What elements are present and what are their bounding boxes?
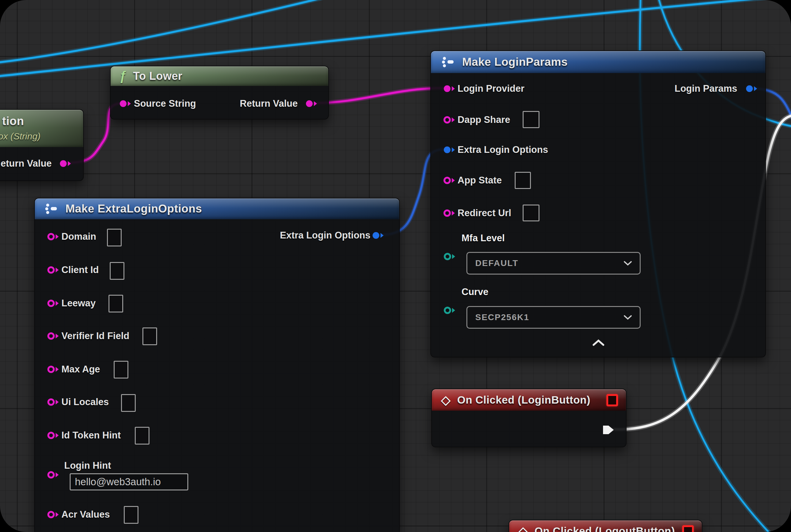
pin-return-value-output[interactable]	[59, 159, 73, 169]
mfa-level-dropdown[interactable]: DEFAULT	[466, 252, 641, 274]
pin-login-params-label: Login Params	[675, 82, 737, 95]
event-diamond-icon: ◇	[441, 393, 450, 407]
node-make-extra-login-options-title: Make ExtraLoginOptions	[65, 203, 202, 215]
pin-mfa-level[interactable]	[443, 252, 457, 261]
mfa-level-value: DEFAULT	[475, 258, 518, 268]
pin-redirect-url-label: Redirect Url	[458, 207, 512, 219]
pin-client-id-label: Client Id	[61, 264, 99, 276]
curve-value: SECP256K1	[475, 312, 529, 322]
node-on-clicked-login-title: On Clicked (LoginButton)	[457, 394, 591, 406]
node-on-clicked-logout-button[interactable]: ◇ On Clicked (LogoutButton)	[508, 520, 702, 532]
redirect-url-value-box[interactable]	[523, 205, 539, 221]
client-id-value-box[interactable]	[110, 262, 124, 280]
chevron-down-icon	[624, 261, 632, 266]
make-struct-icon	[441, 55, 456, 69]
wire-cyan-topleft	[0, 0, 329, 63]
node-text-source[interactable]: tion ox (String) eturn Value	[0, 109, 84, 181]
mfa-level-label: Mfa Level	[462, 232, 505, 244]
pin-return-value-label: eturn Value	[1, 157, 52, 170]
exec-output-pin[interactable]	[602, 424, 615, 435]
chevron-down-icon	[624, 315, 632, 320]
acr-values-value-box[interactable]	[124, 506, 138, 524]
pin-verifier-id-field[interactable]	[47, 331, 60, 341]
pin-max-age-label: Max Age	[61, 363, 100, 376]
pin-return-value-label: Return Value	[240, 97, 298, 110]
login-hint-label: Login Hint	[64, 459, 111, 472]
curve-dropdown[interactable]: SECP256K1	[466, 306, 641, 329]
pin-domain-label: Domain	[61, 230, 96, 243]
pin-app-state[interactable]	[443, 175, 456, 185]
pin-verifier-id-field-label: Verifier Id Field	[61, 330, 129, 342]
pin-domain[interactable]	[47, 232, 60, 242]
pin-client-id[interactable]	[47, 265, 60, 275]
pin-dapp-share-label: Dapp Share	[458, 114, 510, 126]
pin-login-provider-label: Login Provider	[458, 82, 524, 95]
wire-tolower-to-loginprovider	[313, 88, 444, 103]
pin-id-token-hint[interactable]	[47, 431, 60, 440]
pin-login-provider[interactable]	[443, 84, 456, 94]
pin-acr-values[interactable]	[47, 510, 60, 519]
node-to-lower-title: To Lower	[133, 70, 182, 82]
blueprint-graph-canvas[interactable]: tion ox (String) eturn Value ƒ To Lower …	[0, 0, 791, 532]
pin-source-string[interactable]	[119, 99, 132, 109]
pin-extra-login-options-output-label: Extra Login Options	[280, 229, 370, 242]
node-on-clicked-login-button[interactable]: ◇ On Clicked (LoginButton)	[431, 388, 626, 447]
pin-extra-login-options-label: Extra Login Options	[458, 144, 548, 156]
node-make-login-params-header[interactable]: Make LoginParams	[431, 51, 765, 73]
node-make-login-params-title: Make LoginParams	[462, 56, 567, 69]
node-to-lower[interactable]: ƒ To Lower Source String Return Value	[110, 66, 329, 119]
ui-locales-value-box[interactable]	[121, 394, 136, 412]
event-diamond-icon: ◇	[518, 524, 528, 532]
node-on-clicked-login-header[interactable]: ◇ On Clicked (LoginButton)	[432, 389, 626, 411]
pin-leeway-label: Leeway	[61, 297, 96, 309]
pin-login-params-output[interactable]	[745, 84, 758, 94]
login-hint-input[interactable]: hello@web3auth.io	[70, 473, 188, 490]
pin-login-hint[interactable]	[47, 470, 60, 480]
pin-app-state-label: App State	[458, 174, 502, 187]
make-struct-icon	[45, 202, 59, 215]
login-hint-value: hello@web3auth.io	[75, 476, 161, 488]
delegate-output-pin[interactable]	[682, 525, 694, 532]
node-subtitle-fragment: ox (String)	[0, 131, 40, 141]
pin-ui-locales[interactable]	[47, 397, 60, 407]
node-make-extra-login-options[interactable]: Make ExtraLoginOptions Domain Extra Logi…	[34, 198, 400, 532]
leeway-value-box[interactable]	[109, 295, 123, 312]
node-to-lower-header[interactable]: ƒ To Lower	[111, 66, 328, 86]
app-state-value-box[interactable]	[515, 172, 531, 189]
pin-redirect-url[interactable]	[443, 208, 456, 218]
pin-curve[interactable]	[443, 305, 457, 315]
node-on-clicked-logout-header[interactable]: ◇ On Clicked (LogoutButton)	[509, 520, 702, 532]
collapse-chevron-icon[interactable]	[592, 339, 604, 346]
max-age-value-box[interactable]	[114, 361, 128, 379]
pin-extra-login-options[interactable]	[443, 145, 456, 155]
delegate-output-pin[interactable]	[606, 394, 618, 406]
node-title-fragment: tion	[2, 115, 24, 128]
pin-dapp-share[interactable]	[443, 115, 456, 125]
dapp-share-value-box[interactable]	[523, 111, 539, 128]
node-on-clicked-logout-title: On Clicked (LogoutButton)	[535, 525, 675, 532]
pin-ui-locales-label: Ui Locales	[61, 396, 109, 408]
pin-acr-values-label: Acr Values	[61, 509, 110, 521]
function-icon: ƒ	[119, 69, 126, 83]
pin-source-string-label: Source String	[134, 97, 196, 110]
pin-leeway[interactable]	[47, 299, 60, 308]
pin-extra-login-options-output[interactable]	[372, 230, 385, 240]
pin-max-age[interactable]	[47, 364, 60, 374]
node-make-extra-login-options-header[interactable]: Make ExtraLoginOptions	[35, 198, 399, 219]
domain-value-box[interactable]	[107, 229, 122, 246]
verifier-id-field-value-box[interactable]	[142, 327, 157, 345]
node-make-login-params[interactable]: Make LoginParams Login Provider Login Pa…	[430, 51, 766, 357]
id-token-hint-value-box[interactable]	[135, 427, 150, 444]
pin-return-value-output[interactable]	[305, 99, 319, 109]
pin-id-token-hint-label: Id Token Hint	[61, 429, 121, 441]
curve-label: Curve	[462, 286, 488, 298]
